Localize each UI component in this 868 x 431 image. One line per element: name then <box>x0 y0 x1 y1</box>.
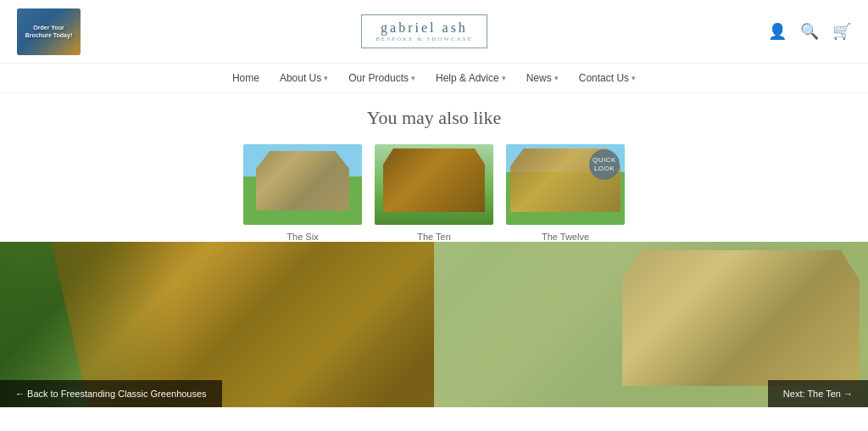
nav-products[interactable]: Our Products ▾ <box>348 72 415 84</box>
nav-contact-label: Contact Us <box>579 72 629 84</box>
nav-contact-chevron: ▾ <box>632 74 636 82</box>
logo-box[interactable]: gabriel ash bespoke & showcase <box>361 14 487 48</box>
nav-news-chevron: ▾ <box>554 74 559 82</box>
product-image-twelve: QUICK LOOK <box>506 144 625 225</box>
header: Order Your Brochure Today! gabriel ash b… <box>0 0 868 64</box>
next-nav-label: Next: The Ten → <box>783 389 853 399</box>
back-navigation[interactable]: ← Back to Freestanding Classic Greenhous… <box>0 380 222 407</box>
section-title: You may also like <box>0 107 868 129</box>
nav-products-label: Our Products <box>348 72 409 84</box>
nav-products-chevron: ▾ <box>411 74 415 82</box>
banner-container: ← Back to Freestanding Classic Greenhous… <box>0 242 868 407</box>
product-image-ten <box>375 144 493 225</box>
bottom-banner: ← Back to Freestanding Classic Greenhous… <box>0 242 868 407</box>
products-row: The Six The Ten QUICK LOOK The Twelve <box>0 144 868 242</box>
nav-help-label: Help & Advice <box>436 72 499 84</box>
product-card-six[interactable]: The Six <box>237 144 369 242</box>
cart-icon[interactable]: 🛒 <box>832 22 851 41</box>
nav-home-label: Home <box>232 72 259 84</box>
logo-main: gabriel ash <box>376 20 473 36</box>
brochure-banner[interactable]: Order Your Brochure Today! <box>17 8 81 55</box>
product-image-six <box>243 144 362 225</box>
product-card-twelve[interactable]: QUICK LOOK The Twelve <box>500 144 632 242</box>
navigation: Home About Us ▾ Our Products ▾ Help & Ad… <box>0 64 868 93</box>
header-left: Order Your Brochure Today! <box>17 8 81 55</box>
nav-help-chevron: ▾ <box>502 74 506 82</box>
nav-about-chevron: ▾ <box>324 74 328 82</box>
brochure-text: Order Your Brochure Today! <box>25 24 73 39</box>
nav-news[interactable]: News ▾ <box>526 72 559 84</box>
quick-look-badge[interactable]: QUICK LOOK <box>589 149 620 180</box>
logo-sub: bespoke & showcase <box>376 36 473 42</box>
nav-about-label: About Us <box>280 72 321 84</box>
product-label-twelve: The Twelve <box>542 232 589 242</box>
header-icons: 👤 🔍 🛒 <box>768 22 851 41</box>
nav-home[interactable]: Home <box>232 72 259 84</box>
nav-about[interactable]: About Us ▾ <box>280 72 328 84</box>
product-card-ten[interactable]: The Ten <box>369 144 500 242</box>
nav-news-label: News <box>526 72 552 84</box>
nav-contact[interactable]: Contact Us ▾ <box>579 72 636 84</box>
nav-help[interactable]: Help & Advice ▾ <box>436 72 506 84</box>
main-content: You may also like The Six The Ten QUICK … <box>0 93 868 242</box>
back-nav-label: ← Back to Freestanding Classic Greenhous… <box>15 389 207 399</box>
search-icon[interactable]: 🔍 <box>800 22 819 41</box>
next-navigation[interactable]: Next: The Ten → <box>768 380 868 407</box>
logo: gabriel ash bespoke & showcase <box>361 14 487 48</box>
account-icon[interactable]: 👤 <box>768 22 787 41</box>
product-label-six: The Six <box>287 232 318 242</box>
product-label-ten: The Ten <box>417 232 451 242</box>
